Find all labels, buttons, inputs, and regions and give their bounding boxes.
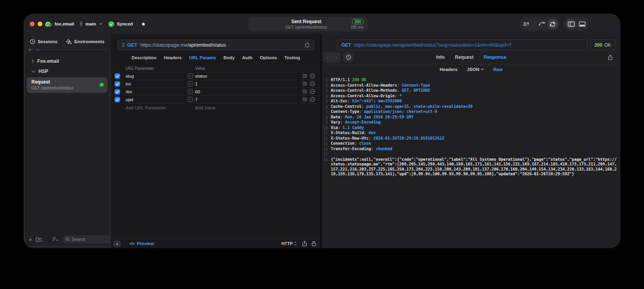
new-folder-icon[interactable] [36,237,42,242]
sort-filter-icon[interactable] [52,237,58,242]
tab-body[interactable]: Body [223,55,235,60]
request-url-bar[interactable]: GET https://statuspage.me/api/embed/stat… [117,40,314,50]
response-raw-view[interactable]: 1HTTP/1.1 200 OK2Access-Control-Allow-He… [322,74,620,248]
send-refresh-icon[interactable] [305,42,310,48]
branch-name[interactable]: main [86,22,96,26]
request-summary-pill[interactable]: Sent Request GET /api/embed/status 200 2… [248,17,368,31]
drag-handle-icon[interactable] [303,98,307,101]
drag-handle-icon[interactable] [303,74,307,78]
toolbar-separator [534,21,534,27]
param-checkbox[interactable] [115,73,120,79]
titlebar-separator [137,21,138,27]
tree-item-hsp[interactable]: HSP [26,66,108,76]
response-subtabs: Headers JSON Raw [322,64,620,74]
tab-sessions[interactable]: Sessions [30,39,58,44]
remove-param-icon[interactable] [310,89,315,94]
add-url-parameter[interactable]: Add URL Parameter [126,105,188,110]
chevron-down-icon [31,70,35,73]
add-param-row: Add URL Parameter Add Value [111,103,321,112]
expand-panel-button[interactable]: ▲ [113,241,121,247]
remove-item-button[interactable]: − [36,47,39,53]
code-line: 5Alt-Svc: h3=":443"; ma=2592000 [323,99,619,104]
import-export-icon[interactable] [547,19,558,29]
remove-param-icon[interactable] [310,73,315,78]
param-checkbox[interactable] [115,97,120,102]
line-number: 15 [323,152,328,157]
minimize-window-button[interactable] [38,22,42,26]
param-name[interactable]: rtm [126,89,188,94]
sent-request-url-box[interactable]: GET https://statuspage.me/api/embed/stat… [337,40,587,50]
duration-label: 280 ms [350,25,363,29]
subtab-json-dropdown[interactable]: JSON [467,67,484,72]
param-checkbox[interactable] [115,89,120,95]
param-name[interactable]: upd [126,97,188,102]
back-button[interactable]: ‹ [323,54,332,60]
line-number: 8 [323,115,328,120]
params-header-row: URL Parameter Value [111,65,321,72]
code-line: 8Date: Mon, 26 Jan 2026 20:29:59 GMT [323,115,619,120]
up-down-chevrons-icon [294,242,297,245]
lock-icon[interactable] [312,241,316,246]
toggle-bottom-panel-icon[interactable] [577,19,587,29]
param-value[interactable]: status [195,74,207,78]
param-value[interactable]: 60 [195,89,200,94]
param-value[interactable]: 7 [195,97,197,102]
equals-chip: = [188,73,193,78]
request-summary-title: Sent Request [271,19,342,24]
tab-headers[interactable]: Headers [164,55,182,60]
status-badge: 200 [352,19,363,24]
request-list-icon[interactable] [521,19,531,29]
new-request-button[interactable]: + [29,236,32,242]
method-switcher-icon[interactable] [122,43,125,47]
response-status-text: OK [604,42,611,48]
history-button[interactable] [343,52,354,62]
request-url-host[interactable]: https://statuspage.me [140,42,188,48]
export-response-icon[interactable] [605,52,615,62]
tab-description[interactable]: Description [131,55,156,60]
tab-options[interactable]: Options [260,55,277,60]
param-value[interactable]: 1 [195,82,197,86]
flow-icon[interactable] [536,19,547,29]
code-line: 14Transfer-Encoding: chunked [323,147,619,152]
add-item-button[interactable]: + [28,47,31,53]
http-version-selector[interactable]: HTTP [281,241,297,246]
close-window-button[interactable] [30,22,35,26]
request-url-path[interactable]: /api/embed/status [187,42,226,48]
tree-item-foe-email[interactable]: Foe.email [26,56,108,66]
tab-response[interactable]: Response [483,55,506,60]
param-checkbox[interactable] [115,81,120,87]
drag-handle-icon[interactable] [303,90,307,93]
request-method[interactable]: GET [127,42,137,48]
tab-environments[interactable]: Environments [66,39,104,44]
subtab-headers[interactable]: Headers [440,67,457,72]
line-number: 7 [323,109,328,115]
line-number: 4 [323,94,328,99]
remove-param-icon[interactable] [310,97,315,102]
project-name[interactable]: foe.email [55,22,74,26]
sidebar-search[interactable] [62,235,110,244]
preview-button[interactable]: </> Preview [130,241,154,246]
toggle-sidebar-icon[interactable] [566,19,576,29]
equals-chip: = [188,81,193,86]
tab-url-params[interactable]: URL Params [189,55,216,60]
code-line: 1HTTP/1.1 200 OK [323,78,619,83]
history-clock-icon [346,55,351,60]
tab-auth[interactable]: Auth [242,55,252,60]
drag-handle-icon[interactable] [303,82,307,85]
remove-param-icon[interactable] [310,81,315,86]
forward-button[interactable]: › [332,54,341,60]
line-number: 16 [323,157,328,163]
chevron-down-icon[interactable] [99,23,102,25]
sidebar-request-item[interactable]: Request GET /api/embed/status [27,77,108,93]
share-icon[interactable] [302,241,307,246]
tab-info[interactable]: Info [436,55,445,60]
line-number: 9 [323,120,328,125]
search-input[interactable] [72,237,110,242]
param-name[interactable]: inc [126,82,188,86]
col-url-parameter: URL Parameter [126,66,188,71]
tab-testing[interactable]: Testing [285,55,300,60]
param-name[interactable]: slug [126,74,188,78]
tab-request[interactable]: Request [455,55,473,60]
add-value[interactable]: Add Value [188,105,303,110]
subtab-raw[interactable]: Raw [493,67,503,72]
